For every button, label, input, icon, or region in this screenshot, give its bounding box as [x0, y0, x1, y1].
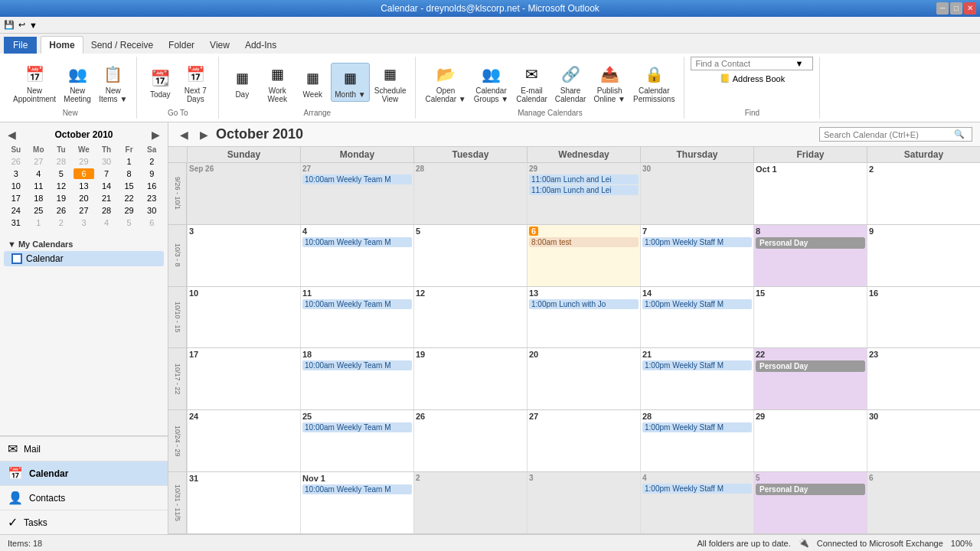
cal-day-cell[interactable]: Nov 1 10:00am Weekly Team M	[300, 472, 413, 533]
publish-online-button[interactable]: 📤 PublishOnline ▼	[590, 60, 629, 106]
cal-day-cell[interactable]: 30	[867, 410, 980, 471]
calendar-permissions-button[interactable]: 🔒 CalendarPermissions	[630, 60, 678, 106]
cal-event[interactable]: 10:00am Weekly Team M	[302, 422, 412, 432]
mini-cal-date[interactable]: 16	[141, 181, 162, 191]
mini-cal-date[interactable]: 18	[28, 193, 50, 204]
mini-cal-date[interactable]: 5	[119, 217, 140, 228]
cal-event[interactable]: 8:00am test	[529, 237, 639, 247]
cal-day-cell[interactable]: 18 10:00am Weekly Team M	[300, 348, 413, 409]
next7days-button[interactable]: 📅 Next 7Days	[178, 60, 212, 106]
cal-day-cell[interactable]: 31	[187, 472, 300, 533]
mini-cal-date[interactable]: 27	[28, 156, 50, 167]
tab-home[interactable]: Home	[41, 36, 83, 54]
cal-day-cell[interactable]: 2	[413, 472, 527, 533]
cal-day-cell[interactable]: 10	[187, 287, 300, 348]
mini-cal-date[interactable]: 1	[119, 156, 140, 167]
tab-addins[interactable]: Add-Ins	[237, 37, 284, 54]
mini-cal-date[interactable]: 22	[119, 193, 140, 204]
cal-day-cell[interactable]: 4 1:00pm Weekly Staff M	[640, 472, 753, 533]
cal-day-cell[interactable]: 4 10:00am Weekly Team M	[300, 225, 413, 286]
mini-cal-date[interactable]: 28	[51, 156, 72, 167]
cal-day-cell[interactable]: Oct 1	[753, 163, 867, 224]
quick-save-icon[interactable]: 💾	[4, 20, 15, 30]
minimize-button[interactable]: ─	[936, 2, 949, 15]
cal-day-cell[interactable]: 29	[753, 410, 867, 471]
cal-day-cell[interactable]: 27	[527, 410, 640, 471]
cal-day-cell[interactable]: 28 1:00pm Weekly Staff M	[640, 410, 753, 471]
close-button[interactable]: ✕	[964, 2, 976, 15]
cal-day-cell[interactable]: 12	[413, 287, 527, 348]
workweek-view-button[interactable]: ▦ WorkWeek	[260, 60, 294, 106]
nav-mail[interactable]: ✉ Mail	[0, 436, 168, 461]
cal-event[interactable]: 1:00pm Weekly Staff M	[642, 237, 752, 247]
cal-day-cell[interactable]: Sep 26	[187, 163, 300, 224]
mini-cal-date[interactable]: 6	[141, 217, 162, 228]
mini-cal-date[interactable]: 31	[5, 217, 27, 228]
new-items-button[interactable]: 📋 NewItems ▼	[96, 60, 130, 106]
cal-day-cell[interactable]: 11 10:00am Weekly Team M	[300, 287, 413, 348]
tab-folder[interactable]: Folder	[161, 37, 202, 54]
my-calendars-header[interactable]: ▼ My Calendars	[4, 237, 164, 251]
maximize-button[interactable]: □	[950, 2, 962, 15]
cal-day-cell-today[interactable]: 6 8:00am test	[527, 225, 640, 286]
day-view-button[interactable]: ▦ Day	[225, 64, 259, 101]
mini-cal-date[interactable]: 26	[51, 205, 72, 216]
cal-day-cell[interactable]: 17	[187, 348, 300, 409]
mini-cal-date[interactable]: 10	[5, 181, 27, 191]
tab-send-receive[interactable]: Send / Receive	[83, 37, 161, 54]
cal-day-cell[interactable]: 24	[187, 410, 300, 471]
mini-cal-date[interactable]: 19	[51, 193, 72, 204]
cal-day-cell[interactable]: 30	[640, 163, 753, 224]
tab-file[interactable]: File	[4, 37, 37, 54]
open-calendar-button[interactable]: 📂 OpenCalendar ▼	[422, 60, 469, 106]
cal-search-icon[interactable]: 🔍	[954, 129, 965, 139]
mini-cal-date[interactable]: 1	[28, 217, 50, 228]
cal-event[interactable]: 10:00am Weekly Team M	[302, 174, 412, 184]
mini-cal-date[interactable]: 21	[96, 193, 117, 204]
cal-day-cell[interactable]: 3	[187, 225, 300, 286]
cal-event-personal[interactable]: Personal Day	[756, 237, 865, 249]
new-meeting-button[interactable]: 👥 NewMeeting	[60, 60, 94, 106]
cal-day-cell[interactable]: 27 10:00am Weekly Team M	[300, 163, 413, 224]
mini-cal-date[interactable]: 12	[51, 181, 72, 191]
cal-day-cell[interactable]: 16	[867, 287, 980, 348]
mini-cal-date[interactable]: 3	[74, 217, 95, 228]
cal-day-cell[interactable]: 2	[867, 163, 980, 224]
nav-tasks[interactable]: ✓ Tasks	[0, 510, 168, 534]
quick-dropdown-icon[interactable]: ▼	[29, 21, 38, 30]
mini-cal-date[interactable]: 13	[74, 181, 95, 191]
titlebar-controls[interactable]: ─ □ ✕	[936, 2, 976, 15]
nav-calendar[interactable]: 📅 Calendar	[0, 461, 168, 485]
cal-event[interactable]: 1:00pm Weekly Staff M	[642, 484, 752, 494]
mini-cal-date[interactable]: 29	[74, 156, 95, 167]
cal-day-cell[interactable]: 25 10:00am Weekly Team M	[300, 410, 413, 471]
quick-undo-icon[interactable]: ↩	[18, 20, 25, 30]
mini-cal-date[interactable]: 3	[5, 168, 27, 179]
cal-prev-button[interactable]: ◀	[176, 127, 192, 142]
month-view-button[interactable]: ▦ Month ▼	[331, 63, 369, 102]
find-contact-dropdown-icon[interactable]: ▼	[795, 59, 803, 68]
new-appointment-button[interactable]: 📅 NewAppointment	[10, 60, 59, 106]
mini-cal-date[interactable]: 29	[119, 205, 140, 216]
cal-day-cell[interactable]: 7 1:00pm Weekly Staff M	[640, 225, 753, 286]
mini-cal-date[interactable]: 28	[96, 205, 117, 216]
cal-day-cell[interactable]: 23	[867, 348, 980, 409]
find-contact-input[interactable]	[695, 59, 795, 68]
sidebar-calendar-item[interactable]: Calendar	[4, 251, 164, 266]
cal-day-cell[interactable]: 13 1:00pm Lunch with Jo	[527, 287, 640, 348]
cal-day-cell[interactable]: 19	[413, 348, 527, 409]
cal-event[interactable]: 11:00am Lunch and Lei	[529, 174, 639, 184]
calendar-groups-button[interactable]: 👥 CalendarGroups ▼	[471, 60, 511, 106]
cal-day-cell[interactable]: 20	[527, 348, 640, 409]
mini-cal-date[interactable]: 24	[5, 205, 27, 216]
mini-cal-date[interactable]: 17	[5, 193, 27, 204]
mini-cal-date[interactable]: 14	[96, 181, 117, 191]
cal-event-personal[interactable]: Personal Day	[756, 360, 865, 372]
cal-next-button[interactable]: ▶	[196, 127, 212, 142]
mini-cal-date[interactable]: 4	[96, 217, 117, 228]
address-book-button[interactable]: 📒 Address Book	[716, 72, 789, 85]
cal-day-cell[interactable]: 28	[413, 163, 527, 224]
cal-day-cell[interactable]: 5	[413, 225, 527, 286]
cal-day-cell[interactable]: 9	[867, 225, 980, 286]
mini-cal-date[interactable]: 26	[5, 156, 27, 167]
